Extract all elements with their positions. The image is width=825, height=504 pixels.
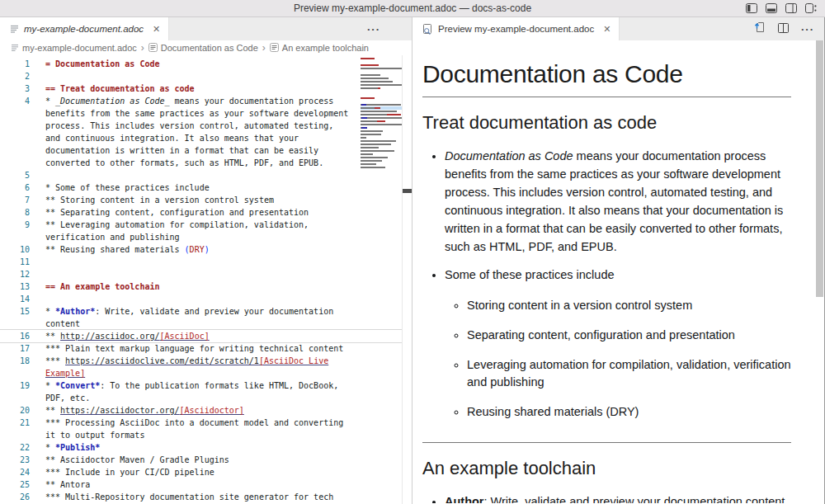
code-line[interactable]: 10** Reusing shared materials (DRY): [0, 243, 412, 256]
line-number: 26: [0, 491, 45, 503]
preview-tab-bar: Preview my-example-document.adoc ✕ ···: [412, 17, 824, 40]
line-number: 9: [0, 219, 45, 243]
code-line[interactable]: 6* Some of these practices include: [0, 181, 412, 194]
line-number: 22: [0, 441, 45, 454]
line-number: 17: [0, 342, 45, 355]
italic-phrase: Documentation as Code: [445, 149, 573, 163]
code-line[interactable]: 19* *Convert*: To the publication format…: [0, 379, 412, 404]
code-line[interactable]: 1= Documentation as Code: [0, 58, 412, 70]
breadcrumb-item-section1[interactable]: Documentation as Code: [148, 43, 258, 54]
code-line[interactable]: 2: [0, 70, 412, 82]
section-heading: Treat documentation as code: [422, 112, 791, 134]
line-number: 25: [0, 478, 45, 491]
code-line[interactable]: 7** Storing content in a version control…: [0, 194, 412, 206]
code-line[interactable]: 25** Antora: [0, 478, 412, 491]
list-item: Leveraging automation for compilation, v…: [467, 356, 791, 391]
bullet-list: Author: Write, validate and preview your…: [422, 492, 791, 503]
toggle-right-sidebar-icon[interactable]: [785, 3, 797, 13]
toggle-panel-icon[interactable]: [766, 3, 777, 13]
customize-layout-icon[interactable]: [805, 3, 817, 13]
line-number: 13: [0, 280, 45, 293]
chevron-right-icon: ›: [262, 42, 266, 54]
symbol-heading-icon: [270, 43, 279, 54]
list-item: Documentation as Code means your documen…: [445, 147, 791, 256]
line-number: 11: [0, 256, 45, 268]
window-title: Preview my-example-document.adoc — docs-…: [0, 0, 825, 16]
line-number: 20: [0, 404, 45, 417]
more-actions-icon[interactable]: ···: [367, 24, 380, 35]
code-line[interactable]: 9** Leveraging automation for compilatio…: [0, 219, 412, 243]
toggle-left-sidebar-icon[interactable]: [746, 3, 757, 13]
document-title: Documentation as Code: [422, 60, 791, 88]
tab-my-example-document[interactable]: my-example-document.adoc ✕: [0, 17, 169, 40]
code-line[interactable]: 15* *Author*: Write, validate and previe…: [0, 305, 412, 330]
minimap[interactable]: [361, 58, 402, 503]
breadcrumb-item-section2[interactable]: An example toolchain: [270, 43, 369, 54]
code-line[interactable]: 20** https://asciidoctor.org/[Asciidocto…: [0, 404, 412, 417]
breadcrumb-item-file[interactable]: my-example-document.adoc: [11, 43, 137, 54]
code-line[interactable]: 24*** Include in your CI/CD pipeline: [0, 466, 412, 478]
preview-scrollbar[interactable]: [816, 40, 823, 297]
breadcrumb: my-example-document.adoc › Documentation…: [0, 40, 412, 55]
code-line[interactable]: 17*** Plain text markup language for wri…: [0, 342, 412, 355]
preview-document: Documentation as Code Treat documentatio…: [412, 60, 824, 503]
line-number: 15: [0, 305, 45, 330]
list-item: Storing content in a version control sys…: [467, 297, 791, 314]
tab-preview[interactable]: Preview my-example-document.adoc ✕: [412, 17, 620, 40]
line-number: 7: [0, 194, 45, 206]
minimap-border: [402, 55, 403, 504]
close-icon[interactable]: ✕: [153, 25, 160, 34]
line-number: 21: [0, 417, 45, 441]
more-actions-icon[interactable]: ···: [801, 24, 814, 35]
adoc-file-icon: [11, 43, 19, 54]
line-number: 2: [0, 70, 45, 82]
split-editor-icon[interactable]: [778, 21, 789, 36]
line-number: 5: [0, 169, 45, 181]
bold-phrase: Author: [445, 495, 484, 503]
code-line[interactable]: 23** Asciidoctor Maven / Gradle Plugins: [0, 454, 412, 466]
asciidoc-preview: Documentation as Code Treat documentatio…: [412, 40, 824, 503]
workbench: my-example-document.adoc ✕ ··· my-exampl…: [0, 17, 825, 504]
section-rule: [422, 442, 791, 443]
line-number: 8: [0, 206, 45, 219]
practices-list: Storing content in a version control sys…: [445, 297, 791, 421]
section-heading: An example toolchain: [422, 458, 791, 479]
code-editor[interactable]: 1= Documentation as Code23== Treat docum…: [0, 55, 412, 504]
line-number: 4: [0, 95, 45, 169]
adoc-file-icon: [10, 24, 19, 34]
line-number: 16: [0, 330, 45, 342]
list-item: Author: Write, validate and preview your…: [445, 492, 791, 503]
close-icon[interactable]: ✕: [603, 25, 610, 34]
preview-group: Preview my-example-document.adoc ✕ ··· D…: [412, 17, 824, 504]
code-line[interactable]: 12: [0, 268, 412, 280]
layout-controls: [746, 3, 817, 13]
code-line[interactable]: 13== An example toolchain: [0, 280, 412, 293]
code-line[interactable]: 5: [0, 169, 412, 181]
code-line[interactable]: 11: [0, 256, 412, 268]
code-line[interactable]: 3== Treat documentation as code: [0, 82, 412, 95]
line-number: 6: [0, 181, 45, 194]
code-line[interactable]: 22* *Publish*: [0, 441, 412, 454]
tab-label: my-example-document.adoc: [24, 24, 144, 34]
line-number: 24: [0, 466, 45, 478]
list-item: Reusing shared materials (DRY): [467, 403, 791, 421]
preview-icon: [422, 24, 433, 35]
line-number: 19: [0, 379, 45, 404]
list-item: Separating content, configuration and pr…: [467, 327, 791, 344]
chevron-right-icon: ›: [140, 42, 145, 54]
symbol-heading-icon: [148, 43, 158, 54]
code-line[interactable]: 14: [0, 293, 412, 305]
code-line[interactable]: 21*** Processing AsciiDoc into a documen…: [0, 417, 412, 441]
code-line[interactable]: 4* _Documentation as Code_ means your do…: [0, 95, 412, 169]
export-icon[interactable]: [754, 21, 766, 36]
editor-tab-bar: my-example-document.adoc ✕ ···: [0, 17, 412, 40]
code-line[interactable]: 18*** https://asciidoclive.com/edit/scra…: [0, 355, 412, 379]
line-number: 12: [0, 268, 45, 280]
line-number: 10: [0, 243, 45, 256]
code-line[interactable]: 16** http://asciidoc.org/[AsciiDoc]: [0, 330, 412, 342]
code-line[interactable]: 26*** Multi-Repository documentation sit…: [0, 491, 412, 503]
line-number: 14: [0, 293, 45, 305]
sash-handle[interactable]: [403, 189, 412, 193]
code-line[interactable]: 8** Separating content, configuration an…: [0, 206, 412, 219]
bullet-list: Documentation as Code means your documen…: [422, 147, 791, 421]
